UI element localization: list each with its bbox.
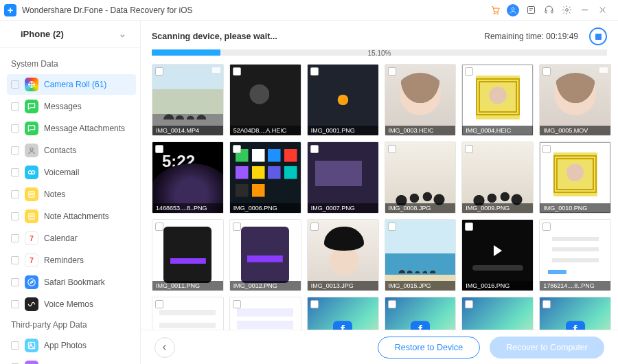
thumbnail[interactable]: IMG_0015.JPG bbox=[385, 219, 457, 291]
sidebar-item-calendar[interactable]: 7Calendar bbox=[7, 228, 136, 249]
messages-icon bbox=[25, 100, 38, 113]
thumbnail[interactable]: IMG_0013.JPG bbox=[307, 219, 379, 291]
thumbnail[interactable]: IMG_0012.PNG bbox=[229, 219, 301, 291]
feedback-icon[interactable] bbox=[522, 1, 540, 19]
sidebar-item-notes[interactable]: Note Attachments bbox=[7, 206, 136, 227]
minimize-button[interactable] bbox=[575, 1, 593, 19]
thumbnail[interactable] bbox=[229, 297, 301, 330]
checkbox[interactable] bbox=[11, 278, 19, 286]
sidebar-item-contacts[interactable]: Contacts bbox=[7, 140, 136, 161]
voicemail-icon bbox=[25, 166, 38, 179]
thumbnail-checkbox[interactable] bbox=[542, 145, 551, 153]
checkbox[interactable] bbox=[11, 256, 19, 264]
sidebar-item-messages[interactable]: Messages bbox=[7, 96, 136, 117]
thumbnail-caption: IMG_0011.PNG bbox=[152, 281, 223, 291]
thumbnail-checkbox[interactable] bbox=[310, 223, 319, 231]
thumbnail-image bbox=[462, 220, 533, 291]
close-button[interactable] bbox=[593, 1, 611, 19]
thumbnail[interactable]: IMG_0016.PNG bbox=[461, 219, 534, 291]
thumbnail[interactable]: IMG_0009.PNG bbox=[461, 141, 534, 214]
checkbox[interactable] bbox=[11, 190, 19, 198]
checkbox[interactable] bbox=[11, 102, 19, 111]
thumbnail-checkbox[interactable] bbox=[542, 67, 551, 76]
video-icon bbox=[599, 67, 608, 73]
thumbnail[interactable]: IMG_0007.PNG bbox=[307, 141, 379, 214]
sidebar-item-label: Note Attachments bbox=[44, 212, 109, 221]
sidebar-item-app-photos[interactable]: App Photos bbox=[7, 335, 136, 356]
thumbnail-checkbox[interactable] bbox=[155, 67, 163, 76]
thumbnail[interactable]: 1786214....8..PNG bbox=[539, 219, 611, 291]
sidebar-item-voice-memos[interactable]: Voice Memos bbox=[7, 294, 136, 315]
svg-point-2 bbox=[512, 8, 514, 10]
thumbnail[interactable]: IMG_0006.PNG bbox=[229, 141, 301, 214]
thumbnail-checkbox[interactable] bbox=[465, 145, 473, 153]
settings-icon[interactable] bbox=[558, 1, 575, 19]
checkbox[interactable] bbox=[11, 300, 19, 308]
thumbnail[interactable]: IMG_0008.JPG bbox=[385, 141, 457, 214]
thumbnail-checkbox[interactable] bbox=[388, 145, 396, 153]
checkbox[interactable] bbox=[11, 212, 19, 220]
bottom-bar: Restore to Device Recover to Computer bbox=[141, 330, 618, 364]
thumbnail[interactable] bbox=[539, 297, 611, 330]
thumbnail[interactable]: IMG_0003.HEIC bbox=[385, 64, 457, 136]
svg-point-1 bbox=[496, 13, 498, 14]
thumbnail-checkbox[interactable] bbox=[388, 223, 396, 231]
thumbnail[interactable] bbox=[152, 297, 224, 330]
checkbox[interactable] bbox=[11, 341, 19, 350]
thumbnail-checkbox[interactable] bbox=[233, 145, 241, 153]
sidebar-item-app-videos[interactable]: App Videos bbox=[7, 357, 136, 364]
sidebar-item-camera-roll[interactable]: Camera Roll (61) bbox=[7, 74, 136, 95]
sidebar-item-reminders[interactable]: 7Reminders bbox=[7, 250, 136, 271]
thumbnail-checkbox[interactable] bbox=[542, 300, 551, 308]
progress-percent: 15.10% bbox=[368, 49, 391, 56]
sidebar-item-messages[interactable]: Message Attachments bbox=[7, 118, 136, 139]
thumbnail[interactable]: IMG_0001.PNG bbox=[307, 64, 379, 136]
thumbnail-checkbox[interactable] bbox=[310, 145, 319, 153]
thumbnail-checkbox[interactable] bbox=[233, 67, 241, 76]
checkbox[interactable] bbox=[11, 124, 19, 133]
thumbnail[interactable]: IMG_0010.PNG bbox=[539, 141, 611, 214]
thumbnail-checkbox[interactable] bbox=[310, 67, 319, 76]
thumbnail-caption: IMG_0014.MP4 bbox=[152, 126, 223, 135]
thumbnail-checkbox[interactable] bbox=[155, 300, 163, 308]
user-icon[interactable] bbox=[504, 1, 522, 19]
sidebar-item-label: Reminders bbox=[44, 255, 84, 265]
sidebar-item-voicemail[interactable]: Voicemail bbox=[7, 162, 136, 183]
support-icon[interactable] bbox=[540, 1, 558, 19]
recover-to-computer-button[interactable]: Recover to Computer bbox=[490, 337, 604, 359]
checkbox[interactable] bbox=[11, 168, 19, 177]
checkbox[interactable] bbox=[11, 234, 19, 242]
back-button[interactable] bbox=[154, 337, 175, 358]
restore-to-device-button[interactable]: Restore to Device bbox=[378, 337, 480, 359]
thumbnail[interactable] bbox=[385, 297, 457, 330]
cart-icon[interactable] bbox=[486, 1, 504, 19]
checkbox[interactable] bbox=[11, 146, 19, 155]
thumbnail-checkbox[interactable] bbox=[465, 300, 473, 308]
thumbnail-checkbox[interactable] bbox=[310, 300, 319, 308]
notes-icon bbox=[25, 187, 38, 201]
sidebar-item-safari[interactable]: Safari Bookmark bbox=[7, 272, 136, 293]
svg-point-14 bbox=[28, 171, 32, 174]
stop-scan-button[interactable] bbox=[589, 27, 607, 45]
thumbnail-checkbox[interactable] bbox=[233, 223, 241, 231]
thumbnail-checkbox[interactable] bbox=[233, 300, 241, 308]
thumbnail-checkbox[interactable] bbox=[388, 67, 396, 76]
thumbnail[interactable] bbox=[307, 297, 379, 330]
device-selector[interactable]: iPhone (2) ⌄ bbox=[0, 21, 140, 48]
thumbnail[interactable]: 52A04D8....A.HEIC bbox=[229, 64, 301, 136]
thumbnail-checkbox[interactable] bbox=[465, 223, 473, 231]
thumbnail[interactable]: IMG_0014.MP4 bbox=[152, 64, 224, 136]
checkbox[interactable] bbox=[11, 80, 19, 89]
thumbnail[interactable]: IMG_0005.MOV bbox=[539, 64, 611, 136]
thumbnail[interactable] bbox=[461, 297, 534, 330]
thumbnail[interactable]: 1468653....8..PNG bbox=[152, 141, 224, 214]
thumbnail-checkbox[interactable] bbox=[542, 223, 551, 231]
thumbnail-checkbox[interactable] bbox=[155, 145, 163, 153]
sidebar-item-notes[interactable]: Notes bbox=[7, 184, 136, 205]
thumbnail[interactable]: IMG_0011.PNG bbox=[152, 219, 224, 291]
thumbnail-checkbox[interactable] bbox=[388, 300, 396, 308]
svg-rect-5 bbox=[551, 10, 553, 13]
thumbnail-checkbox[interactable] bbox=[155, 223, 163, 231]
thumbnail[interactable]: IMG_0004.HEIC bbox=[461, 64, 534, 136]
thumbnail-checkbox[interactable] bbox=[465, 67, 473, 76]
